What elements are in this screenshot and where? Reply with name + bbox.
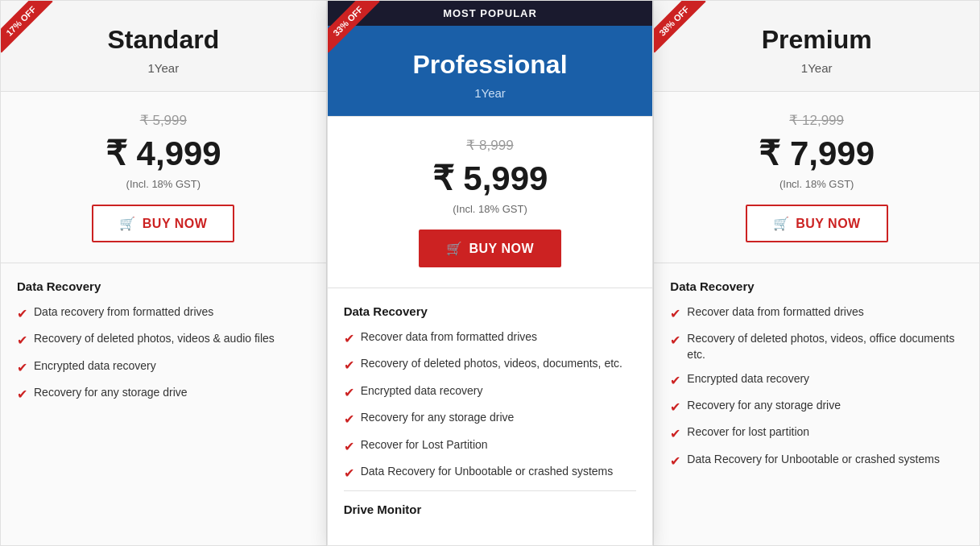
feature-text: Recovery for any storage drive: [34, 385, 188, 401]
check-icon: ✔: [344, 438, 354, 456]
feature-text: Recovery for any storage drive: [361, 410, 515, 426]
discount-ribbon-premium: 38% OFF: [654, 1, 706, 53]
check-icon: ✔: [670, 453, 680, 470]
feature-text: Recover data from formatted drives: [361, 329, 537, 345]
buy-button-premium[interactable]: 🛒 Buy Now: [746, 205, 888, 242]
plan-features-premium: Data Recovery ✔ Recover data from format…: [654, 263, 979, 545]
check-icon: ✔: [17, 386, 27, 403]
feature-text: Recovery for any storage drive: [687, 398, 841, 414]
plan-features-standard: Data Recovery ✔ Data recovery from forma…: [1, 263, 326, 545]
check-icon: ✔: [344, 411, 354, 428]
features-title-premium: Data Recovery: [670, 279, 963, 293]
current-price-professional: ₹ 5,999: [344, 159, 637, 198]
discount-ribbon-professional: 33% OFF: [328, 1, 380, 53]
feature-text: Recover data from formatted drives: [687, 304, 863, 321]
buy-button-professional[interactable]: 🛒 Buy Now: [419, 230, 561, 267]
plan-premium: 38% OFF Premium 1Year ₹ 12,999 ₹ 7,999 (…: [653, 0, 980, 546]
plan-professional: MOST POPULAR 33% OFF Professional 1Year …: [327, 0, 654, 546]
feature-text: Encrypted data recovery: [361, 383, 483, 399]
plan-pricing-premium: ₹ 12,999 ₹ 7,999 (Incl. 18% GST) 🛒 Buy N…: [654, 92, 979, 263]
feature-item: ✔ Recovery for any storage drive: [670, 398, 963, 416]
feature-item: ✔ Recovery of deleted photos, videos, do…: [344, 356, 637, 374]
feature-item: ✔ Encrypted data recovery: [17, 358, 310, 377]
feature-item: ✔ Recovery of deleted photos, videos, of…: [670, 331, 963, 362]
feature-item: ✔ Recovery for any storage drive: [344, 410, 637, 428]
check-icon: ✔: [670, 332, 680, 350]
cart-icon-premium: 🛒: [773, 216, 790, 231]
check-icon: ✔: [17, 359, 27, 377]
check-icon: ✔: [344, 357, 354, 374]
feature-text: Data recovery from formatted drives: [34, 304, 213, 321]
feature-item: ✔ Recovery for any storage drive: [17, 385, 310, 403]
feature-item: ✔ Encrypted data recovery: [670, 371, 963, 390]
check-icon: ✔: [670, 305, 680, 323]
feature-text: Recover for lost partition: [687, 424, 809, 441]
feature-text: Recovery of deleted photos, videos & aud…: [34, 331, 275, 347]
check-icon: ✔: [17, 332, 27, 350]
check-icon: ✔: [670, 425, 680, 443]
check-icon: ✔: [344, 465, 354, 482]
discount-ribbon-standard: 17% OFF: [1, 1, 53, 53]
feature-text: Data Recovery for Unbootable or crashed …: [687, 452, 940, 468]
feature-item: ✔ Recover for lost partition: [670, 424, 963, 443]
plan-pricing-standard: ₹ 5,999 ₹ 4,999 (Incl. 18% GST) 🛒 Buy No…: [1, 92, 326, 263]
current-price-premium: ₹ 7,999: [670, 134, 963, 173]
buy-button-standard[interactable]: 🛒 Buy Now: [92, 205, 234, 242]
check-icon: ✔: [670, 399, 680, 416]
feature-text: Encrypted data recovery: [687, 371, 809, 387]
gst-note-standard: (Incl. 18% GST): [17, 178, 310, 190]
ribbon-container-professional: 33% OFF: [328, 1, 392, 65]
plan-duration-professional: 1Year: [344, 86, 637, 100]
feature-item: ✔ Encrypted data recovery: [344, 383, 637, 402]
gst-note-professional: (Incl. 18% GST): [344, 203, 637, 215]
features-title-professional: Data Recovery: [344, 304, 637, 318]
plan-pricing-professional: ₹ 8,999 ₹ 5,999 (Incl. 18% GST) 🛒 Buy No…: [328, 117, 653, 288]
cart-icon-professional: 🛒: [446, 241, 463, 256]
current-price-standard: ₹ 4,999: [17, 134, 310, 173]
feature-text: Recovery of deleted photos, videos, docu…: [361, 356, 622, 372]
feature-item: ✔ Data Recovery for Unbootable or crashe…: [344, 464, 637, 482]
plan-standard: 17% OFF Standard 1Year ₹ 5,999 ₹ 4,999 (…: [0, 0, 327, 546]
original-price-professional: ₹ 8,999: [344, 137, 637, 154]
feature-item: ✔ Data Recovery for Unbootable or crashe…: [670, 452, 963, 470]
features-divider: [344, 490, 637, 491]
original-price-premium: ₹ 12,999: [670, 112, 963, 129]
feature-item: ✔ Data recovery from formatted drives: [17, 304, 310, 323]
gst-note-premium: (Incl. 18% GST): [670, 178, 963, 190]
plan-features-professional: Data Recovery ✔ Recover data from format…: [328, 288, 653, 545]
drive-monitor-title: Drive Monitor: [344, 503, 637, 516]
ribbon-container-standard: 17% OFF: [1, 1, 65, 65]
feature-item: ✔ Recover data from formatted drives: [670, 304, 963, 323]
ribbon-container-premium: 38% OFF: [654, 1, 718, 65]
feature-text: Recovery of deleted photos, videos, offi…: [687, 331, 963, 362]
check-icon: ✔: [344, 384, 354, 402]
original-price-standard: ₹ 5,999: [17, 112, 310, 129]
pricing-container: 17% OFF Standard 1Year ₹ 5,999 ₹ 4,999 (…: [0, 0, 980, 546]
cart-icon-standard: 🛒: [119, 216, 136, 231]
feature-text: Recover for Lost Partition: [361, 437, 488, 453]
check-icon: ✔: [344, 330, 354, 348]
check-icon: ✔: [670, 372, 680, 390]
feature-text: Encrypted data recovery: [34, 358, 156, 374]
feature-item: ✔ Recover data from formatted drives: [344, 329, 637, 348]
feature-item: ✔ Recover for Lost Partition: [344, 437, 637, 456]
check-icon: ✔: [17, 305, 27, 323]
feature-text: Data Recovery for Unbootable or crashed …: [361, 464, 614, 480]
feature-item: ✔ Recovery of deleted photos, videos & a…: [17, 331, 310, 350]
features-title-standard: Data Recovery: [17, 279, 310, 293]
